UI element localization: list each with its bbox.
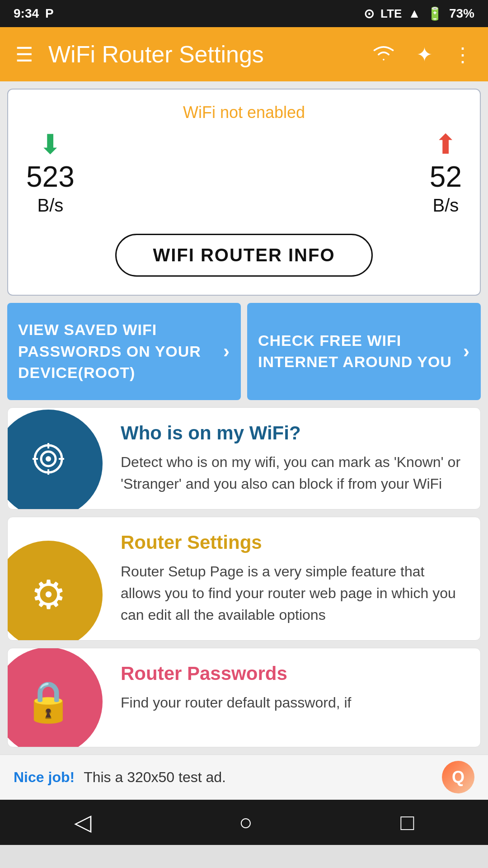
blue-buttons-row: VIEW SAVED WIFI PASSWORDS ON YOUR DEVICE… xyxy=(7,303,481,400)
main-content: WiFi not enabled ⬇ 523 B/s ⬆ 52 B/s WIFI… xyxy=(0,81,488,755)
ad-nice-job-text: Nice job! xyxy=(14,769,75,786)
more-options-button[interactable]: ⋮ xyxy=(451,41,474,68)
lte-icon: LTE xyxy=(380,7,402,21)
feature-card-router-passwords[interactable]: 🔒 Router Passwords Find your router defa… xyxy=(7,648,481,747)
star-icon-button[interactable]: ✦ xyxy=(414,41,435,68)
home-button[interactable]: ○ xyxy=(221,805,271,840)
download-value: 523 xyxy=(26,160,75,193)
wifi-status-icon: ⊙ xyxy=(364,6,374,21)
back-button[interactable]: ◁ xyxy=(56,805,109,840)
router-passwords-content: Router Passwords Find your router defaul… xyxy=(107,648,480,747)
menu-button[interactable]: ☰ xyxy=(14,41,35,68)
router-passwords-title: Router Passwords xyxy=(121,663,467,684)
signal-strength-icon: ▲ xyxy=(408,6,421,21)
app-title: WiFi Router Settings xyxy=(48,41,356,68)
status-bar: 9:34 P ⊙ LTE ▲ 🔋 73% xyxy=(0,0,488,27)
router-settings-circle: ⚙ xyxy=(8,541,103,640)
check-free-wifi-button[interactable]: CHECK FREE WIFI INTERNET AROUND YOU › xyxy=(247,303,481,400)
wifi-icon-button[interactable] xyxy=(369,40,398,68)
router-settings-icon-block: ⚙ xyxy=(8,517,107,640)
upload-unit: B/s xyxy=(433,195,459,216)
status-right: ⊙ LTE ▲ 🔋 73% xyxy=(364,6,474,21)
wifi-router-info-button[interactable]: WIFI ROUTER INFO xyxy=(115,234,372,277)
parking-icon: P xyxy=(45,6,54,21)
router-passwords-icon-block: 🔒 xyxy=(8,648,107,747)
app-bar-icons: ✦ ⋮ xyxy=(369,40,474,68)
gear-icon: ⚙ xyxy=(31,571,66,618)
check-free-wifi-arrow: › xyxy=(463,338,470,365)
download-block: ⬇ 523 B/s xyxy=(26,131,75,216)
router-passwords-circle: 🔒 xyxy=(8,648,103,747)
status-left: 9:34 P xyxy=(14,6,54,21)
status-time: 9:34 xyxy=(14,6,39,21)
feature-card-who-is-on-wifi[interactable]: Who is on my WiFi? Detect who is on my w… xyxy=(7,407,481,509)
speed-row: ⬇ 523 B/s ⬆ 52 B/s xyxy=(26,131,462,216)
who-is-on-wifi-icon-block xyxy=(8,408,107,509)
wifi-not-enabled-text: WiFi not enabled xyxy=(26,103,462,122)
router-settings-desc: Router Setup Page is a very simple featu… xyxy=(121,561,467,626)
who-is-on-wifi-title: Who is on my WiFi? xyxy=(121,422,467,444)
who-is-on-wifi-content: Who is on my WiFi? Detect who is on my w… xyxy=(107,408,480,509)
download-unit: B/s xyxy=(37,195,63,216)
ad-logo: Q xyxy=(442,761,474,793)
router-passwords-desc: Find your router default password, if xyxy=(121,692,467,713)
view-saved-wifi-arrow: › xyxy=(223,338,230,365)
ad-description-text: This a 320x50 test ad. xyxy=(84,769,433,786)
who-is-on-wifi-desc: Detect who is on my wifi, you can mark a… xyxy=(121,451,467,495)
ad-banner: Nice job! This a 320x50 test ad. Q xyxy=(0,755,488,800)
upload-block: ⬆ 52 B/s xyxy=(430,131,462,216)
speed-card: WiFi not enabled ⬇ 523 B/s ⬆ 52 B/s WIFI… xyxy=(7,89,481,296)
router-settings-title: Router Settings xyxy=(121,532,467,553)
target-eye-icon xyxy=(28,439,69,489)
upload-value: 52 xyxy=(430,160,462,193)
view-saved-wifi-label: VIEW SAVED WIFI PASSWORDS ON YOUR DEVICE… xyxy=(18,319,219,384)
battery-icon: 🔋 xyxy=(427,6,443,21)
bottom-nav: ◁ ○ □ xyxy=(0,800,488,845)
download-arrow-icon: ⬇ xyxy=(39,131,61,158)
svg-point-2 xyxy=(46,456,51,462)
router-settings-content: Router Settings Router Setup Page is a v… xyxy=(107,517,480,640)
feature-card-router-settings[interactable]: ⚙ Router Settings Router Setup Page is a… xyxy=(7,517,481,641)
recents-button[interactable]: □ xyxy=(382,805,432,840)
upload-arrow-icon: ⬆ xyxy=(434,131,457,158)
who-is-on-wifi-circle xyxy=(8,410,103,509)
check-free-wifi-label: CHECK FREE WIFI INTERNET AROUND YOU xyxy=(258,330,459,373)
app-bar: ☰ WiFi Router Settings ✦ ⋮ xyxy=(0,27,488,81)
battery-level: 73% xyxy=(449,6,474,21)
lock-icon: 🔒 xyxy=(23,678,73,725)
view-saved-wifi-button[interactable]: VIEW SAVED WIFI PASSWORDS ON YOUR DEVICE… xyxy=(7,303,241,400)
